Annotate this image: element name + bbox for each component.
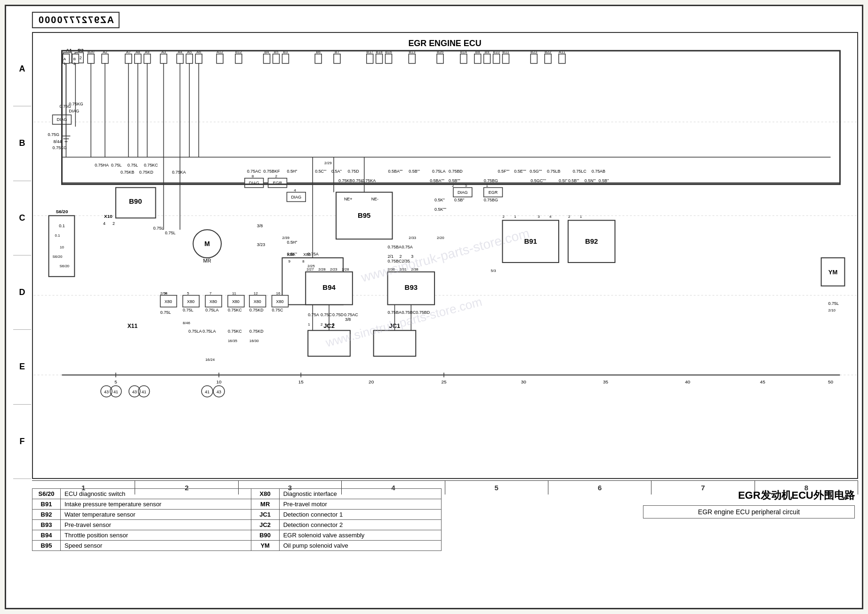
schematic-title-en: EGR engine ECU peripheral circuit — [643, 505, 855, 518]
svg-text:0.5K": 0.5K" — [287, 252, 297, 256]
svg-text:0.75KD: 0.75KD — [249, 308, 264, 312]
svg-text:0.75BD: 0.75BD — [416, 310, 430, 315]
col-6: 6 — [548, 481, 651, 494]
svg-text:0.75BD: 0.75BD — [449, 169, 463, 174]
svg-text:M: M — [204, 240, 210, 247]
svg-text:43: 43 — [217, 390, 221, 394]
svg-text:2/38: 2/38 — [411, 267, 418, 271]
legend-desc-b94: Throttle position sensor — [61, 530, 251, 541]
svg-text:0.75LB: 0.75LB — [547, 169, 560, 174]
svg-text:43: 43 — [132, 390, 137, 394]
svg-text:0.75KG: 0.75KG — [69, 102, 83, 106]
svg-rect-23 — [135, 54, 141, 64]
svg-text:0.5F'''': 0.5F'''' — [498, 169, 510, 174]
svg-rect-45 — [315, 54, 321, 64]
svg-text:8: 8 — [302, 259, 305, 263]
legend-desc-mr: Pre-travel motor — [279, 499, 441, 510]
svg-text:7: 7 — [209, 291, 212, 295]
row-label-d-left: D — [13, 255, 31, 330]
svg-text:DIAG: DIAG — [291, 195, 301, 199]
svg-text:2/28: 2/28 — [318, 267, 326, 271]
svg-text:2/35: 2/35 — [402, 259, 410, 263]
svg-rect-65 — [493, 54, 500, 64]
svg-text:0.75KD: 0.75KD — [139, 170, 153, 175]
svg-text:2: 2 — [399, 254, 402, 259]
svg-text:4: 4 — [103, 221, 105, 226]
svg-text:0.75BA: 0.75BA — [388, 245, 402, 249]
legend-desc-s620: ECU diagnostic switch — [61, 489, 251, 499]
svg-text:0.75L: 0.75L — [828, 301, 839, 306]
row-label-b-left: B — [13, 106, 31, 181]
svg-rect-51 — [376, 54, 383, 64]
svg-text:0.5GC'''': 0.5GC'''' — [530, 178, 546, 183]
svg-text:2/1: 2/1 — [388, 254, 394, 259]
legend-desc-b93: Pre-travel sensor — [61, 520, 251, 530]
svg-rect-21 — [125, 54, 132, 64]
svg-text:0.1: 0.1 — [55, 233, 61, 238]
svg-text:0.5B'': 0.5B'' — [599, 178, 609, 183]
svg-text:2/23: 2/23 — [330, 267, 338, 271]
svg-text:B: B — [73, 57, 76, 61]
svg-text:B92: B92 — [585, 237, 598, 245]
svg-text:2/36: 2/36 — [388, 267, 395, 271]
svg-rect-61 — [474, 54, 481, 64]
row-labels-left: A B C D E F — [13, 32, 31, 479]
svg-text:12: 12 — [254, 291, 258, 295]
svg-text:0.75BG: 0.75BG — [484, 178, 498, 183]
svg-text:0.75LA: 0.75LA — [432, 169, 445, 174]
svg-text:0.75KC: 0.75KC — [228, 329, 242, 334]
svg-text:40: 40 — [685, 379, 691, 384]
legend-row: B93 Pre-travel sensor JC2 Detection conn… — [32, 520, 442, 530]
svg-text:X80: X80 — [165, 299, 172, 304]
svg-text:45: 45 — [760, 379, 766, 384]
svg-text:0.75L: 0.75L — [165, 231, 176, 235]
schematic-title-cn: EGR发动机ECU外围电路 — [643, 488, 855, 502]
legend-code-mr: MR — [251, 499, 279, 510]
svg-text:MR: MR — [203, 258, 211, 263]
svg-rect-73 — [559, 54, 565, 64]
svg-text:2/29: 2/29 — [324, 161, 332, 165]
svg-text:0.5BA"": 0.5BA"" — [388, 169, 403, 174]
svg-text:B90: B90 — [129, 197, 142, 205]
svg-text:10: 10 — [217, 379, 222, 384]
svg-text:16/24: 16/24 — [205, 358, 215, 362]
legend-code-b95: B95 — [32, 541, 61, 551]
legend-desc-x80: Diagnostic interface — [279, 489, 441, 499]
svg-text:0.5K": 0.5K" — [434, 198, 445, 202]
svg-text:8/46: 8/46 — [183, 321, 190, 325]
svg-text:20: 20 — [369, 379, 374, 384]
svg-text:2/33: 2/33 — [409, 236, 416, 240]
svg-text:16: 16 — [276, 291, 281, 295]
legend-code-b92: B92 — [32, 510, 61, 520]
row-label-c-left: C — [13, 181, 31, 255]
svg-text:0.75KD: 0.75KD — [249, 329, 264, 334]
svg-text:B95: B95 — [358, 211, 370, 219]
svg-text:0.75L: 0.75L — [128, 163, 138, 167]
svg-text:X80: X80 — [276, 299, 284, 304]
svg-text:0.5I'': 0.5I'' — [559, 178, 568, 183]
svg-text:0.5B''': 0.5B''' — [568, 178, 579, 183]
svg-text:0.75D: 0.75D — [332, 312, 344, 317]
svg-text:4: 4 — [549, 215, 552, 219]
svg-text:0.75AC: 0.75AC — [344, 312, 358, 317]
svg-text:1: 1 — [64, 62, 66, 66]
svg-text:3/8: 3/8 — [345, 317, 351, 322]
svg-text:0.75KG: 0.75KG — [53, 145, 67, 150]
svg-text:2: 2 — [321, 322, 323, 327]
svg-text:0.75BC: 0.75BC — [388, 259, 402, 263]
legend-code-b94: B94 — [32, 530, 61, 541]
svg-rect-25 — [144, 54, 151, 64]
svg-text:0.75BG: 0.75BG — [484, 198, 498, 202]
svg-text:1: 1 — [580, 215, 582, 219]
svg-rect-17 — [88, 54, 94, 64]
legend-row: B94 Throttle position sensor B90 EGR sol… — [32, 530, 442, 541]
svg-text:X80: X80 — [209, 299, 217, 304]
svg-text:41: 41 — [142, 390, 146, 394]
svg-text:YM: YM — [828, 269, 837, 276]
svg-text:S6/20: S6/20 — [53, 255, 63, 259]
svg-text:0.75AC: 0.75AC — [247, 169, 261, 174]
svg-text:0.75LA: 0.75LA — [188, 329, 201, 334]
svg-text:B93: B93 — [405, 283, 418, 291]
svg-text:0.75L: 0.75L — [183, 308, 193, 312]
svg-text:2/20: 2/20 — [437, 236, 444, 240]
